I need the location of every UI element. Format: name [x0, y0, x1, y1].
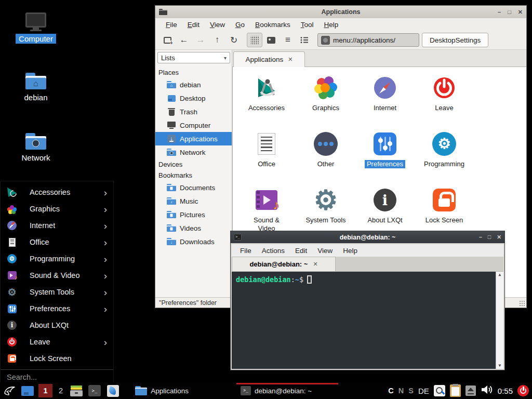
desktop-icon-computer[interactable]: Computer	[16, 12, 56, 44]
menu-item-programming[interactable]: ⚙ Programming ›	[1, 250, 113, 267]
sidebar-item-trash[interactable]: Trash	[157, 105, 230, 118]
menu-item-graphics[interactable]: Graphics ›	[1, 201, 113, 217]
thumbnail-view-button[interactable]	[263, 33, 279, 47]
sidebar-item-desktop[interactable]: Desktop	[157, 91, 230, 105]
menu-item-system-tools[interactable]: ⚙ System Tools ›	[1, 284, 113, 300]
scroll-up-icon[interactable]: ▲	[499, 273, 501, 277]
menu-search-input[interactable]	[6, 373, 108, 382]
sidebar-item-applications[interactable]: ↓ Applications	[155, 132, 232, 145]
sidebar-mode-combobox[interactable]: Lists ▾	[157, 52, 230, 63]
fm-menu-bookmarks[interactable]: Bookmarks	[250, 19, 296, 30]
menu-item-accessories[interactable]: Accessories ›	[1, 184, 113, 201]
menu-item-sound-video[interactable]: ♪ Sound & Video ›	[1, 267, 113, 284]
close-button[interactable]: ✕	[497, 234, 501, 240]
terminal-menu-view[interactable]: View	[312, 245, 338, 256]
fm-titlebar[interactable]: Applications – □ ✕	[155, 6, 526, 18]
volume-icon[interactable]	[481, 384, 493, 397]
accessories-icon	[7, 187, 17, 197]
back-button[interactable]: ←	[176, 33, 192, 47]
menu-item-leave[interactable]: Leave ›	[1, 334, 113, 350]
sidebar-item-debian[interactable]: ⌂ debian	[157, 78, 230, 91]
close-button[interactable]: ✕	[518, 9, 523, 15]
keyboard-layout-indicator[interactable]: DE	[418, 387, 429, 395]
terminal-menu-file[interactable]: File	[235, 245, 257, 256]
app-category-label: Programming	[424, 160, 464, 168]
sidebar-item-network[interactable]: Network	[157, 145, 230, 159]
app-category-label: Lock Screen	[425, 216, 463, 224]
app-category-office[interactable]: Office	[237, 129, 296, 185]
desktop-icon-network[interactable]: Network	[16, 133, 56, 163]
maximize-button[interactable]: □	[508, 9, 511, 15]
address-bar[interactable]: menu://applications/	[317, 33, 419, 47]
app-category-graphics[interactable]: Graphics	[296, 73, 355, 129]
forward-button[interactable]: →	[193, 33, 208, 47]
desktop-settings-button[interactable]: DesktopSettings	[422, 33, 488, 47]
app-category-internet[interactable]: Internet	[355, 73, 415, 129]
terminal-menu-actions[interactable]: Actions	[257, 245, 290, 256]
detailed-list-button[interactable]	[297, 33, 312, 47]
resize-grip[interactable]	[519, 300, 525, 307]
menu-item-office[interactable]: Office ›	[1, 234, 113, 250]
terminal-scrollbar[interactable]: ▲ ▼	[496, 272, 503, 369]
sidebar-item-pictures[interactable]: Pictures	[157, 208, 230, 221]
icon-view-button[interactable]	[247, 33, 262, 47]
menu-item-lock-screen[interactable]: Lock Screen	[1, 350, 113, 367]
sidebar-item-videos[interactable]: Videos	[157, 221, 230, 235]
internet-icon	[373, 73, 397, 102]
main-menu-button[interactable]	[2, 383, 17, 398]
terminal-tab[interactable]: debian@debian: ~ ✕	[232, 257, 336, 271]
power-button[interactable]	[517, 385, 529, 396]
terminal-content[interactable]: debian@debian:~$ ▲ ▼	[232, 272, 503, 369]
compact-view-button[interactable]: ≡	[280, 33, 296, 47]
sidebar-item-label: Computer	[180, 122, 210, 129]
menu-item-about-lxqt[interactable]: i About LXQt	[1, 317, 113, 334]
task-button-terminal[interactable]: >_ debian@debian: ~	[236, 382, 338, 399]
task-label: Applications	[151, 387, 189, 395]
desktop-icon	[21, 386, 34, 396]
eject-tray-icon[interactable]	[466, 385, 476, 396]
reload-button[interactable]: ↻	[226, 33, 242, 47]
maximize-button[interactable]: □	[488, 234, 491, 240]
terminal-titlebar[interactable]: >_ debian@debian: ~ – □ ✕	[231, 231, 504, 243]
tab-close-icon[interactable]: ✕	[313, 261, 317, 268]
fm-tab-applications[interactable]: Applications ✕	[233, 51, 305, 67]
menu-item-label: Office	[30, 238, 104, 246]
app-category-accessories[interactable]: Accessories	[237, 73, 296, 129]
show-desktop-button[interactable]	[20, 383, 35, 398]
sidebar-item-documents[interactable]: Documents	[157, 181, 230, 194]
workspace-button-2[interactable]: 2	[56, 384, 65, 397]
fm-menu-view[interactable]: View	[205, 19, 230, 30]
scroll-down-icon[interactable]: ▼	[499, 364, 501, 368]
sidebar-item-downloads[interactable]: ↓ Downloads	[157, 235, 230, 248]
fm-menu-file[interactable]: File	[161, 19, 182, 30]
fm-menu-tool[interactable]: Tool	[296, 19, 319, 30]
workspace-button-1[interactable]: 1	[38, 384, 52, 397]
sidebar-item-computer[interactable]: Computer	[157, 118, 230, 132]
task-button-applications[interactable]: Applications	[131, 382, 233, 399]
app-category-other[interactable]: Other	[296, 129, 355, 185]
fm-menu-go[interactable]: Go	[230, 19, 250, 30]
clipboard-tray-icon[interactable]	[450, 384, 461, 397]
terminal-launcher[interactable]: >_	[87, 383, 102, 398]
menu-item-internet[interactable]: Internet ›	[1, 217, 113, 234]
fm-menu-edit[interactable]: Edit	[182, 19, 205, 30]
tab-close-icon[interactable]: ✕	[288, 56, 292, 63]
system-tools-icon: ⚙	[314, 185, 338, 215]
app-category-leave[interactable]: Leave	[415, 73, 474, 129]
app-category-preferences[interactable]: Preferences	[355, 129, 415, 185]
screenshot-tray-icon[interactable]	[434, 385, 445, 396]
new-tab-button[interactable]: +	[159, 33, 175, 47]
up-button[interactable]: ↑	[209, 33, 225, 47]
featherpad-launcher[interactable]	[105, 383, 120, 398]
minimize-button[interactable]: –	[479, 234, 482, 240]
app-category-programming[interactable]: ⚙ Programming	[415, 129, 474, 185]
archiver-launcher[interactable]	[69, 383, 84, 398]
terminal-menu-help[interactable]: Help	[338, 245, 363, 256]
sidebar-item-music[interactable]: ♪ Music	[157, 194, 230, 208]
terminal-menu-edit[interactable]: Edit	[290, 245, 312, 256]
desktop-icon-debian[interactable]: ⌂ debian	[16, 73, 56, 102]
minimize-button[interactable]: –	[498, 9, 501, 15]
fm-menu-help[interactable]: Help	[318, 19, 343, 30]
menu-item-preferences[interactable]: Preferences ›	[1, 300, 113, 317]
clock[interactable]: 0:55	[498, 387, 513, 395]
